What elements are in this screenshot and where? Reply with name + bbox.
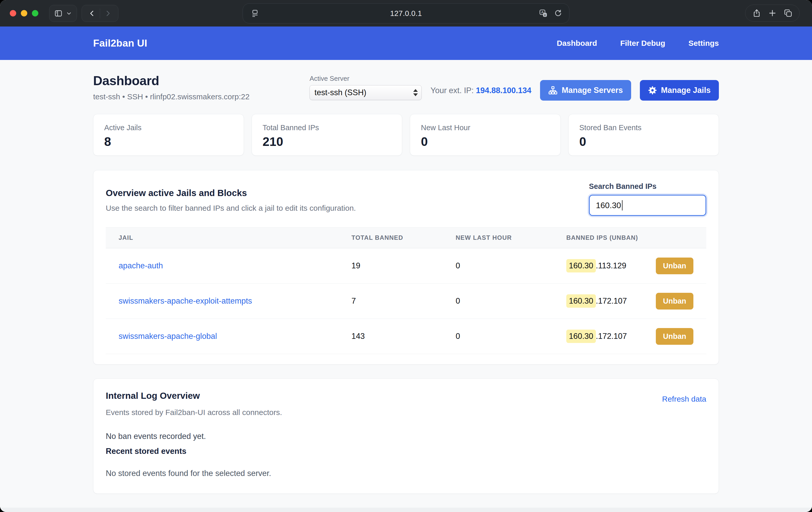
stat-value: 0 xyxy=(579,135,708,149)
stat-value: 0 xyxy=(421,135,550,149)
recent-stored-events-title: Recent stored events xyxy=(106,447,706,456)
external-ip-value[interactable]: 194.88.100.134 xyxy=(476,86,531,95)
total-banned-value: 143 xyxy=(351,332,456,341)
new-tab-icon[interactable] xyxy=(768,9,777,18)
no-ban-events-text: No ban events recorded yet. xyxy=(106,432,706,441)
window-controls xyxy=(10,10,38,17)
overview-card: Overview active Jails and Blocks Use the… xyxy=(93,170,719,365)
ip-rest: .172.107 xyxy=(596,296,627,306)
page-title: Dashboard xyxy=(93,73,250,88)
ip-rest: .172.107 xyxy=(596,332,627,341)
ip-rest: .113.129 xyxy=(596,261,626,271)
new-last-hour-value: 0 xyxy=(456,332,566,341)
total-banned-value: 19 xyxy=(351,261,456,271)
page-subtitle: test-ssh • SSH • rlinfp02.swissmakers.co… xyxy=(93,92,250,101)
sidebar-icon xyxy=(54,9,63,18)
manage-servers-label: Manage Servers xyxy=(562,86,623,95)
table-row: swissmakers-apache-global 143 0 160.30.1… xyxy=(106,319,706,354)
back-button[interactable] xyxy=(84,5,100,22)
banned-ip: 160.30.172.107 xyxy=(566,330,627,343)
stat-card-stored-ban-events: Stored Ban Events 0 xyxy=(568,114,719,156)
window-bottom-strip xyxy=(0,508,812,512)
stat-label: New Last Hour xyxy=(421,123,550,132)
active-server-select[interactable]: test-ssh (SSH) xyxy=(310,85,422,100)
toolbar-actions-group xyxy=(745,5,800,22)
translate-icon[interactable]: Ax xyxy=(539,9,548,18)
share-icon[interactable] xyxy=(752,9,761,18)
external-ip: Your ext. IP: 194.88.100.134 xyxy=(430,86,531,95)
active-server-label: Active Server xyxy=(310,75,422,83)
stat-cards: Active Jails 8 Total Banned IPs 210 New … xyxy=(93,114,719,156)
unban-button[interactable]: Unban xyxy=(656,293,693,310)
ip-search-highlight: 160.30 xyxy=(566,330,596,343)
internal-log-card: Internal Log Overview Refresh data Event… xyxy=(93,378,719,494)
stat-label: Total Banned IPs xyxy=(263,123,392,132)
browser-window: 127.0.0.1 Ax Fail2ban UI xyxy=(0,0,812,512)
address-bar[interactable]: 127.0.0.1 Ax xyxy=(243,3,569,23)
table-header-row: Jail Total Banned New Last Hour Banned I… xyxy=(106,227,706,248)
tab-overview-icon[interactable] xyxy=(784,9,792,18)
forward-button[interactable] xyxy=(100,5,116,22)
sidebar-toggle-button[interactable] xyxy=(49,5,77,22)
ip-search-highlight: 160.30 xyxy=(566,294,596,308)
close-window-button[interactable] xyxy=(10,10,16,17)
jails-table: Jail Total Banned New Last Hour Banned I… xyxy=(106,227,706,354)
external-ip-label: Your ext. IP: xyxy=(430,86,474,95)
total-banned-value: 7 xyxy=(351,296,456,306)
no-stored-events-text: No stored events found for the selected … xyxy=(106,469,706,478)
refresh-data-link[interactable]: Refresh data xyxy=(662,395,706,403)
stat-card-active-jails: Active Jails 8 xyxy=(93,114,244,156)
text-caret xyxy=(622,200,622,210)
chevron-down-icon xyxy=(66,10,72,17)
overview-subtitle: Use the search to filter banned IPs and … xyxy=(106,204,356,212)
new-last-hour-value: 0 xyxy=(456,261,566,271)
stat-card-total-banned: Total Banned IPs 210 xyxy=(252,114,402,156)
jail-link[interactable]: swissmakers-apache-global xyxy=(119,332,217,341)
jail-link[interactable]: apache-auth xyxy=(119,261,163,270)
app-brand: Fail2ban UI xyxy=(93,37,147,49)
jail-link[interactable]: swissmakers-apache-exploit-attempts xyxy=(119,296,252,305)
column-header-jail: Jail xyxy=(119,234,351,241)
stat-value: 210 xyxy=(263,135,392,149)
column-header-new-last-hour: New Last Hour xyxy=(456,234,566,241)
search-banned-ips-input[interactable]: 160.30 xyxy=(589,195,706,216)
ip-search-highlight: 160.30 xyxy=(566,259,596,273)
log-subtitle: Events stored by Fail2ban-UI across all … xyxy=(106,408,706,417)
active-server-block: Active Server test-ssh (SSH) xyxy=(310,75,422,100)
search-input-value: 160.30 xyxy=(596,201,621,210)
manage-servers-button[interactable]: Manage Servers xyxy=(540,80,631,101)
reload-icon[interactable] xyxy=(554,9,562,18)
unban-button[interactable]: Unban xyxy=(656,328,693,345)
table-row: apache-auth 19 0 160.30.113.129 Unban xyxy=(106,248,706,284)
sitemap-icon xyxy=(548,86,557,95)
chevron-right-icon xyxy=(104,9,112,17)
app-header: Fail2ban UI Dashboard Filter Debug Setti… xyxy=(0,27,812,60)
zoom-window-button[interactable] xyxy=(32,10,38,17)
stat-card-new-last-hour: New Last Hour 0 xyxy=(410,114,561,156)
browser-toolbar: 127.0.0.1 Ax xyxy=(0,0,812,27)
column-header-total-banned: Total Banned xyxy=(351,234,456,241)
nav-link-dashboard[interactable]: Dashboard xyxy=(557,39,597,48)
nav-link-filter-debug[interactable]: Filter Debug xyxy=(620,39,665,48)
log-title: Internal Log Overview xyxy=(106,391,200,401)
select-arrows-icon xyxy=(413,89,418,96)
column-header-banned-ips: Banned IPs (Unban) xyxy=(566,234,693,241)
unban-button[interactable]: Unban xyxy=(656,258,693,274)
reader-page-icon[interactable] xyxy=(251,9,259,18)
chevron-left-icon xyxy=(88,9,96,17)
minimize-window-button[interactable] xyxy=(21,10,27,17)
active-server-selected-value: test-ssh (SSH) xyxy=(314,88,366,97)
url-text: 127.0.0.1 xyxy=(243,9,569,18)
table-row: swissmakers-apache-exploit-attempts 7 0 … xyxy=(106,284,706,319)
top-nav: Dashboard Filter Debug Settings xyxy=(557,39,719,48)
overview-heading-block: Overview active Jails and Blocks Use the… xyxy=(106,182,356,212)
banned-ip: 160.30.172.107 xyxy=(566,294,627,308)
stat-value: 8 xyxy=(104,135,233,149)
search-block: Search Banned IPs 160.30 xyxy=(589,182,706,216)
svg-text:x: x xyxy=(544,13,546,17)
nav-link-settings[interactable]: Settings xyxy=(689,39,719,48)
manage-jails-button[interactable]: Manage Jails xyxy=(640,80,719,101)
overview-title: Overview active Jails and Blocks xyxy=(106,188,356,198)
page-title-block: Dashboard test-ssh • SSH • rlinfp02.swis… xyxy=(93,73,250,101)
main-content: Dashboard test-ssh • SSH • rlinfp02.swis… xyxy=(0,60,812,508)
